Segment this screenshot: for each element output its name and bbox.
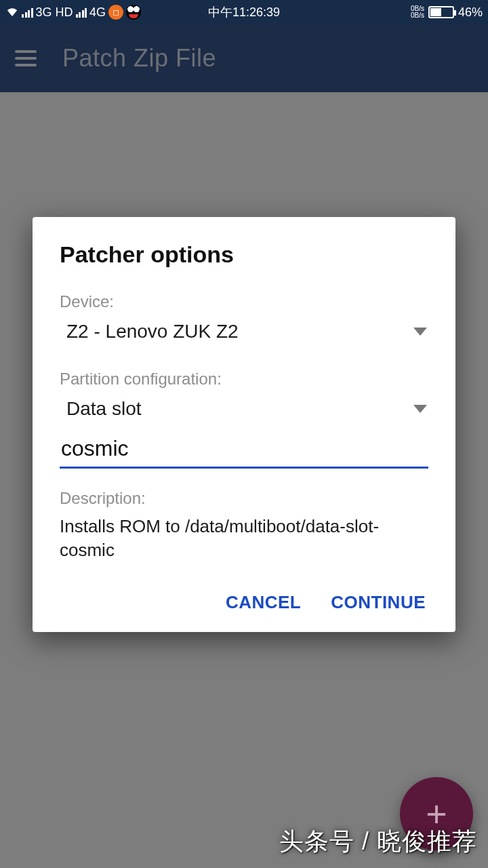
device-label: Device:	[60, 292, 428, 311]
chevron-down-icon	[413, 328, 427, 336]
signal-bars-icon	[22, 7, 33, 18]
partition-label: Partition configuration:	[60, 370, 428, 389]
qq-icon	[126, 5, 141, 20]
network-4g-label: 4G	[89, 5, 106, 20]
description-label: Description:	[60, 489, 428, 508]
device-select-value: Z2 - Lenovo ZUK Z2	[66, 321, 239, 342]
continue-button[interactable]: CONTINUE	[331, 592, 426, 613]
status-time: 中午11:26:39	[208, 4, 280, 20]
cancel-button[interactable]: CANCEL	[226, 592, 301, 613]
dialog-title: Patcher options	[60, 241, 428, 268]
network-3g-label: 3G HD	[36, 5, 73, 20]
status-bar: 3G HD 4G ◻ 中午11:26:39 0B/s 0B/s 46%	[0, 0, 488, 24]
plus-icon: +	[426, 793, 447, 835]
add-fab-button[interactable]: +	[400, 777, 473, 850]
device-select[interactable]: Z2 - Lenovo ZUK Z2	[60, 318, 428, 355]
app-bar: Patch Zip File	[0, 24, 488, 92]
dialog-actions: CANCEL CONTINUE	[60, 592, 428, 613]
notification-badge-icon: ◻	[108, 5, 123, 20]
battery-percent: 46%	[458, 5, 483, 20]
status-right: 0B/s 0B/s 46%	[411, 5, 483, 20]
partition-select-value: Data slot	[66, 398, 142, 420]
wifi-icon	[5, 5, 19, 20]
status-left: 3G HD 4G ◻	[5, 5, 141, 20]
chevron-down-icon	[413, 405, 427, 413]
slot-name-input[interactable]	[60, 432, 428, 469]
patcher-options-dialog: Patcher options Device: Z2 - Lenovo ZUK …	[33, 217, 455, 632]
battery-icon	[428, 6, 454, 18]
signal-bars-icon-2	[76, 7, 87, 18]
net-speed-icon: 0B/s 0B/s	[411, 5, 424, 19]
menu-icon[interactable]	[12, 45, 39, 72]
description-text: Installs ROM to /data/multiboot/data-slo…	[60, 515, 428, 562]
partition-select[interactable]: Data slot	[60, 395, 428, 432]
page-title: Patch Zip File	[62, 44, 216, 73]
